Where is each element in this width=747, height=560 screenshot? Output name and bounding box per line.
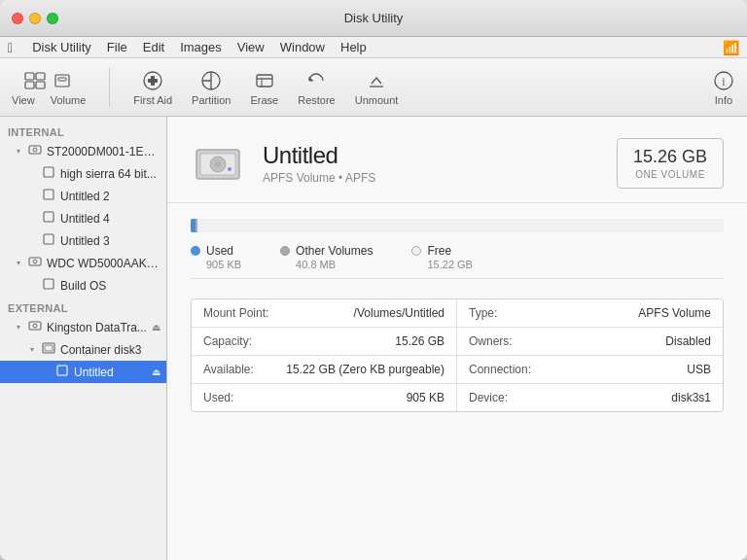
connection-key: Connection: bbox=[469, 363, 531, 376]
internal-section-label: Internal bbox=[0, 121, 166, 140]
sidebar-item-untitled[interactable]: Untitled ⏏ bbox=[0, 361, 166, 383]
menu-apple[interactable]:  bbox=[8, 40, 13, 55]
partition-icon[interactable] bbox=[199, 69, 223, 92]
legend-free-value: 15.22 GB bbox=[427, 259, 472, 270]
mount-point-key: Mount Point: bbox=[203, 306, 268, 320]
erase-label: Erase bbox=[250, 94, 278, 106]
eject-icon[interactable]: ⏏ bbox=[152, 322, 160, 332]
disclosure-wdc[interactable] bbox=[14, 259, 23, 267]
sidebar-item-buildos[interactable]: Build OS bbox=[0, 274, 166, 297]
detail-panel: Untitled APFS Volume • APFS 15.26 GB ONE… bbox=[167, 117, 747, 560]
usage-legend: Used 905 KB Other Volumes 40.8 MB bbox=[191, 244, 724, 279]
sidebar-item-untitled4[interactable]: Untitled 4 bbox=[0, 207, 166, 229]
type-val: APFS Volume bbox=[638, 306, 711, 320]
disclosure-st2000[interactable] bbox=[14, 147, 23, 156]
disk-icon bbox=[27, 143, 43, 159]
toolbar-unmount-group[interactable]: Unmount bbox=[355, 69, 399, 106]
legend-dot-free bbox=[411, 246, 421, 256]
volume-size-number: 15.26 GB bbox=[633, 147, 707, 167]
menu-images[interactable]: Images bbox=[180, 40, 222, 54]
container-icon bbox=[41, 341, 56, 358]
wifi-icon: 📶 bbox=[723, 40, 739, 55]
volume-disk-icon bbox=[191, 136, 245, 191]
sidebar-item-container[interactable]: Container disk3 bbox=[0, 338, 166, 361]
mount-point-val: /Volumes/Untitled bbox=[354, 306, 445, 320]
menu-window[interactable]: Window bbox=[280, 40, 325, 54]
eject-icon-untitled[interactable]: ⏏ bbox=[152, 367, 160, 377]
sidebar-item-untitled2[interactable]: Untitled 2 bbox=[0, 185, 166, 207]
sidebar-item-wdc[interactable]: WDC WD5000AAKX... bbox=[0, 252, 166, 274]
sidebar-item-untitled3-label: Untitled 3 bbox=[60, 234, 160, 248]
menu-view[interactable]: View bbox=[237, 40, 265, 54]
toolbar-restore-group[interactable]: Restore bbox=[298, 69, 336, 106]
usage-bar-free bbox=[197, 219, 724, 232]
svg-rect-0 bbox=[25, 73, 34, 80]
legend-free: Free 15.22 GB bbox=[411, 244, 472, 270]
details-table: Mount Point: /Volumes/Untitled Type: APF… bbox=[191, 298, 724, 412]
sidebar-item-kingston-label: Kingston DataTra... bbox=[47, 321, 148, 334]
unmount-icon[interactable] bbox=[365, 69, 388, 92]
view-label: View bbox=[12, 94, 35, 106]
erase-icon[interactable] bbox=[253, 69, 276, 92]
legend-other: Other Volumes 40.8 MB bbox=[280, 244, 373, 270]
sidebar-item-st2000[interactable]: ST2000DM001-1ER1... bbox=[0, 140, 166, 162]
toolbar-firstaid-group[interactable]: First Aid bbox=[133, 69, 172, 106]
detail-owners: Owners: Disabled bbox=[457, 328, 723, 356]
external-section-label: External bbox=[0, 297, 166, 316]
partition-label: Partition bbox=[192, 94, 231, 106]
legend-used: Used 905 KB bbox=[191, 244, 241, 270]
sidebar-item-kingston[interactable]: Kingston DataTra... ⏏ bbox=[0, 316, 166, 338]
device-key: Device: bbox=[469, 391, 508, 404]
svg-text:i: i bbox=[722, 75, 726, 88]
svg-rect-25 bbox=[45, 345, 53, 351]
capacity-val: 15.26 GB bbox=[395, 334, 445, 348]
volume-icon-selected bbox=[54, 364, 70, 380]
restore-icon[interactable] bbox=[304, 69, 328, 92]
view-icon[interactable] bbox=[23, 69, 47, 92]
disclosure-kingston[interactable] bbox=[14, 323, 23, 332]
sidebar-item-untitled2-label: Untitled 2 bbox=[60, 190, 160, 203]
volume-icon-sm bbox=[41, 277, 56, 294]
svg-point-20 bbox=[33, 260, 37, 263]
disk-icon-kingston bbox=[27, 319, 43, 335]
firstaid-icon[interactable] bbox=[141, 69, 164, 92]
svg-rect-15 bbox=[44, 167, 53, 177]
sidebar-item-wdc-label: WDC WD5000AAKX... bbox=[47, 257, 160, 270]
detail-used: Used: 905 KB bbox=[192, 384, 457, 411]
legend-used-label: Used bbox=[206, 244, 241, 258]
detail-connection: Connection: USB bbox=[457, 356, 723, 384]
info-icon[interactable]: i bbox=[712, 69, 735, 92]
toolbar-erase-group[interactable]: Erase bbox=[250, 69, 278, 106]
volume-icon-sm bbox=[41, 188, 56, 204]
menu-edit[interactable]: Edit bbox=[143, 40, 164, 54]
menu-disk-utility[interactable]: Disk Utility bbox=[32, 40, 91, 54]
menu-file[interactable]: File bbox=[107, 40, 127, 54]
menu-help[interactable]: Help bbox=[340, 40, 367, 54]
main-content: Internal ST2000DM001-1ER1... high sierra… bbox=[0, 117, 747, 560]
volume-icon[interactable] bbox=[51, 69, 74, 92]
toolbar-partition-group[interactable]: Partition bbox=[192, 69, 231, 106]
svg-rect-26 bbox=[57, 366, 67, 375]
traffic-lights bbox=[12, 13, 58, 24]
close-button[interactable] bbox=[12, 13, 23, 24]
legend-dot-other bbox=[280, 246, 290, 256]
maximize-button[interactable] bbox=[47, 13, 58, 24]
svg-rect-17 bbox=[44, 212, 53, 222]
legend-dot-used bbox=[191, 246, 200, 256]
type-key: Type: bbox=[469, 306, 497, 320]
toolbar-view-group: View Volume bbox=[12, 69, 86, 106]
toolbar-info-group[interactable]: i Info bbox=[712, 69, 735, 106]
volume-label: Volume bbox=[51, 94, 87, 106]
disclosure-container[interactable] bbox=[27, 345, 37, 354]
minimize-button[interactable] bbox=[29, 13, 41, 24]
used-key: Used: bbox=[203, 391, 233, 404]
sidebar-item-untitled3[interactable]: Untitled 3 bbox=[0, 229, 166, 252]
unmount-label: Unmount bbox=[355, 94, 399, 106]
owners-val: Disabled bbox=[665, 334, 711, 348]
toolbar-sep-1 bbox=[109, 68, 110, 107]
svg-rect-8 bbox=[148, 79, 158, 83]
sidebar-item-untitled-label: Untitled bbox=[74, 366, 148, 379]
sidebar-item-highsierra[interactable]: high sierra 64 bit... bbox=[0, 162, 166, 185]
device-val: disk3s1 bbox=[671, 391, 711, 404]
svg-point-23 bbox=[33, 324, 37, 328]
